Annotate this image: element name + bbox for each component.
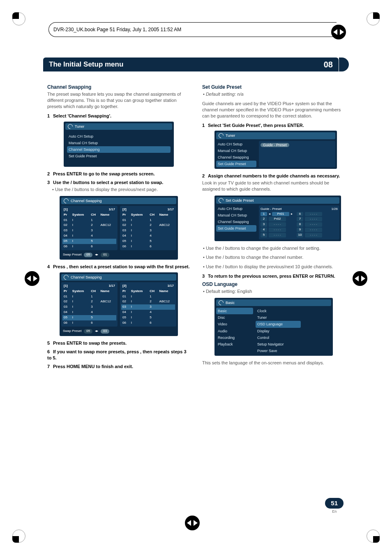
step-4: 4Press , then select a preset station to… (47, 264, 190, 270)
paragraph: This sets the language of the on-screen … (202, 360, 345, 366)
section-header: The Initial Setup menu 08 (43, 58, 339, 71)
registration-mark (12, 530, 25, 543)
step-2: 2Assign channel numbers to the guide cha… (202, 173, 345, 179)
step-1: 1Select 'Channel Swapping'. (47, 113, 190, 119)
default-setting: Default setting: n/a (207, 91, 345, 97)
menu-item: Auto CH Setup (67, 133, 171, 140)
step-2: 2Press ENTER to go to the swap presets s… (47, 171, 190, 177)
heading-osd-language: OSD Language (202, 281, 345, 288)
default-setting: Default setting: English (207, 288, 345, 295)
step-3: 3Use the / buttons to select a preset st… (47, 180, 190, 186)
loop-icon (218, 299, 225, 306)
crop-arrow-icon (185, 516, 200, 530)
section-header-tail (339, 58, 349, 71)
channel-swapping-panel-2: Channel Swapping [1]1/17 PrSystemCHName … (60, 272, 178, 336)
paragraph: Look in your TV guide to see which chann… (202, 180, 345, 192)
tuner-panel-guide: Tuner Auto CH Setup Manual CH Setup Chan… (214, 131, 337, 169)
swap-bar: Swap Preset 05◂▸ 01 (61, 252, 176, 258)
heading-channel-swapping: Channel Swapping (47, 84, 190, 90)
loop-icon (218, 132, 225, 139)
swap-tables: [1]1/17 PrSystemCHName 01I1 02I2ABC12 03… (61, 206, 176, 250)
loop-icon (218, 197, 225, 204)
registration-mark (367, 530, 380, 543)
registration-mark (367, 12, 380, 25)
paragraph: The preset swap feature lets you swap th… (47, 91, 190, 110)
content-columns: Channel Swapping The preset swap feature… (47, 82, 345, 371)
heading-set-guide-preset: Set Guide Preset (202, 84, 345, 90)
loop-icon (63, 197, 70, 204)
bullet: Use the / buttons to change the channel … (207, 254, 345, 260)
registration-mark (12, 12, 25, 25)
channel-swapping-panel-1: Channel Swapping [1]1/17 PrSystemCHName … (60, 196, 178, 260)
filepath-text: DVR-230_UK.book Page 51 Friday, July 1, … (53, 26, 181, 33)
bullet: Use the / buttons to change the guide ch… (207, 245, 345, 251)
basic-panel: Basic Basic Disc Video Audio Recording P… (214, 298, 333, 356)
right-column: Set Guide Preset Default setting: n/a Gu… (202, 82, 345, 371)
crop-arrow-icon (353, 271, 367, 286)
panel-title: Channel Swapping (61, 274, 176, 281)
page-number: 51 (325, 498, 344, 509)
section-title: The Initial Setup menu (49, 60, 123, 69)
menu-item: Set Guide Preset (67, 153, 171, 159)
step-1: 1Select 'Set Guide Preset', then press E… (202, 122, 345, 129)
step-5: 5Press ENTER to swap the presets. (47, 340, 190, 346)
left-column: Channel Swapping The preset swap feature… (47, 82, 190, 371)
panel-title: Tuner (65, 123, 172, 130)
crop-arrow-icon (25, 271, 39, 286)
panel-body: Auto CH Setup Manual CH Setup Channel Sw… (65, 131, 172, 166)
guide-preset-panel: Set Guide Preset Auto CH Setup Manual CH… (214, 196, 341, 241)
panel-title: Channel Swapping (61, 198, 176, 204)
menu-item-selected: Channel Swapping (67, 146, 171, 153)
step-7: 7Press HOME MENU to finish and exit. (47, 364, 190, 370)
page-number-badge: 51 En (325, 498, 344, 514)
bullet: Use the / button to display the previous… (207, 264, 345, 270)
loop-icon (67, 123, 74, 130)
chapter-number: 08 (324, 59, 333, 70)
menu-item: Manual CH Setup (67, 140, 171, 146)
step-note: Use the / buttons to display the previou… (56, 187, 190, 193)
step-3: 3To return to the previous screen, press… (202, 273, 345, 279)
tuner-panel: Tuner Auto CH Setup Manual CH Setup Chan… (64, 122, 174, 167)
page: DVR-230_UK.book Page 51 Friday, July 1, … (0, 0, 392, 555)
loop-icon (63, 274, 70, 281)
paragraph: Guide channels are used by the VIDEO Plu… (202, 101, 345, 119)
page-lang: En (325, 509, 344, 514)
step-6: 6If you want to swap more presets, press… (47, 349, 190, 361)
